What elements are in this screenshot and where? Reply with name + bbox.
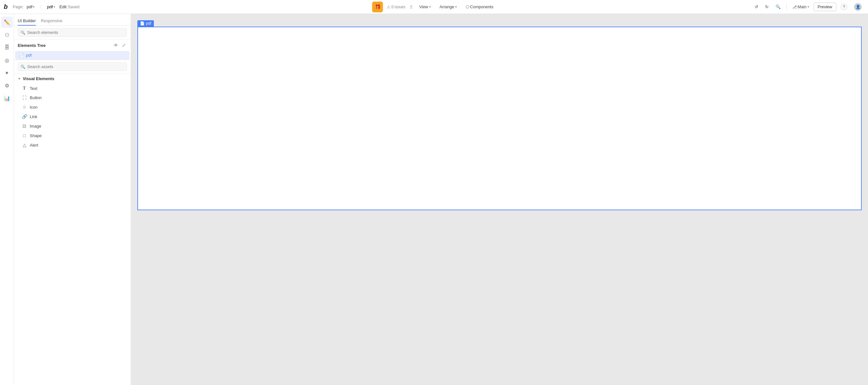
redo-button[interactable]: ↻ — [763, 3, 771, 10]
issues-count: 0 issues — [392, 5, 405, 9]
branch-icon: ⎇ — [792, 5, 797, 9]
edit-saved-status: Edit Saved — [60, 4, 80, 9]
canvas-frame-name: pdf — [146, 21, 151, 26]
assets-search-input[interactable] — [27, 64, 124, 69]
components-label: Components — [470, 4, 494, 9]
help-button[interactable]: ? — [838, 3, 850, 11]
user-button[interactable]: 👤 — [851, 2, 864, 12]
view-button[interactable]: View ▾ — [417, 3, 433, 10]
sidebar-item-people[interactable]: ⚇ — [1, 29, 13, 40]
image-element-icon: ⊡ — [22, 123, 27, 128]
sidebar-item-cursor[interactable]: ✏️ — [1, 17, 13, 28]
sidebar-item-pin[interactable]: ✦ — [1, 67, 13, 79]
search-icon: 🔍 — [776, 4, 781, 9]
branch-button[interactable]: ⎇ Main ▾ — [790, 3, 812, 10]
topbar-divider — [786, 4, 787, 10]
branch-label: Main — [798, 4, 807, 9]
canvas-frame-icon: 📄 — [140, 21, 145, 26]
assets-search-icon: 🔍 — [21, 65, 25, 69]
undo-button[interactable]: ↺ — [752, 3, 761, 10]
dropdown-2-chevron: ▾ — [54, 5, 55, 8]
tree-item-pdf-icon: 📄 — [19, 53, 24, 58]
asset-item-button[interactable]: ⛶ Button — [14, 93, 131, 102]
view-label: View — [420, 4, 428, 9]
asset-item-text[interactable]: T Text — [14, 84, 131, 93]
asset-item-icon[interactable]: ☆ Icon — [14, 102, 131, 112]
button-element-label: Button — [30, 95, 42, 100]
tree-actions: 👁 ⤢ — [113, 42, 127, 49]
elements-search-input[interactable] — [27, 30, 124, 35]
tab-responsive-label: Responsive — [41, 18, 62, 23]
sidebar-item-chart[interactable]: 📊 — [1, 92, 13, 104]
tree-item-pdf-label: pdf — [26, 53, 32, 58]
page-dropdown-chevron: ▾ — [33, 5, 34, 8]
assets-area: 🔍 ▼ Visual Elements T Text ⛶ Button ☆ Ic… — [14, 60, 131, 385]
visual-elements-section-header[interactable]: ▼ Visual Elements — [14, 74, 131, 84]
settings-icon: ⚙ — [5, 83, 9, 89]
page-dropdown-value: pdf — [27, 4, 32, 9]
components-button[interactable]: ⬡ Components — [463, 3, 496, 10]
panel-tabs: UI Builder Responsive — [14, 14, 131, 26]
shape-element-icon: □ — [22, 133, 27, 138]
branch-chevron: ▾ — [808, 5, 809, 8]
link-element-icon: 🔗 — [22, 114, 27, 119]
elements-search-input-wrapper[interactable]: 🔍 — [18, 28, 127, 37]
visual-elements-label: Visual Elements — [23, 76, 54, 81]
sidebar-item-database[interactable]: 🗄 — [1, 42, 13, 53]
visual-elements-toggle-icon: ▼ — [18, 77, 21, 81]
asset-item-shape[interactable]: □ Shape — [14, 131, 131, 140]
chart-icon: 📊 — [4, 95, 10, 101]
image-element-label: Image — [30, 124, 41, 128]
expand-icon: ⤢ — [122, 43, 126, 48]
icon-sidebar: ✏️ ⚇ 🗄 ◎ ✦ ⚙ 📊 — [0, 14, 14, 385]
cursor-icon: ✏️ — [4, 19, 10, 25]
tree-items-list: 📄 pdf — [14, 51, 131, 60]
sidebar-item-settings[interactable]: ⚙ — [1, 80, 13, 91]
icon-element-label: Icon — [30, 105, 38, 110]
canvas-frame-label[interactable]: 📄 pdf — [137, 20, 154, 27]
topbar: b Page: pdf ▾ | pdf ▾ Edit Saved 🎁 ⚠ 0 i… — [0, 0, 868, 14]
logo: b — [4, 3, 8, 10]
link-element-label: Link — [30, 114, 37, 119]
tab-ui-builder[interactable]: UI Builder — [18, 17, 36, 26]
issues-badge[interactable]: ⚠ 0 issues — [387, 5, 405, 9]
text-element-label: Text — [30, 86, 37, 91]
globe-icon: ◎ — [5, 57, 9, 63]
arrange-chevron: ▾ — [455, 5, 457, 8]
dropdown-2[interactable]: pdf ▾ — [45, 3, 57, 10]
tree-visibility-button[interactable]: 👁 — [113, 42, 119, 49]
user-avatar: 👤 — [854, 3, 862, 11]
text-element-icon: T — [22, 86, 27, 91]
preview-button[interactable]: Preview — [813, 3, 836, 11]
main-layout: ✏️ ⚇ 🗄 ◎ ✦ ⚙ 📊 UI Builder Responsive — [0, 14, 868, 385]
share-icon[interactable]: ⇧ — [409, 4, 413, 9]
sidebar-item-globe[interactable]: ◎ — [1, 55, 13, 66]
page-label: Page: — [13, 4, 24, 9]
arrange-button[interactable]: Arrange ▾ — [437, 3, 459, 10]
elements-tree-title: Elements Tree — [18, 43, 45, 48]
canvas-inner: 📄 pdf — [131, 14, 868, 216]
issues-warning-icon: ⚠ — [387, 5, 390, 9]
left-panel: UI Builder Responsive 🔍 Elements Tree 👁 … — [14, 14, 131, 385]
asset-item-link[interactable]: 🔗 Link — [14, 112, 131, 121]
button-element-icon: ⛶ — [22, 95, 27, 100]
tab-ui-builder-label: UI Builder — [18, 18, 36, 23]
canvas-area[interactable]: 📄 pdf — [131, 14, 868, 385]
assets-search-input-wrapper[interactable]: 🔍 — [18, 62, 127, 71]
people-icon: ⚇ — [5, 32, 9, 38]
help-icon: ? — [841, 4, 847, 10]
gift-button[interactable]: 🎁 — [372, 2, 383, 12]
page-dropdown[interactable]: pdf ▾ — [25, 3, 36, 10]
undo-icon: ↺ — [755, 4, 758, 9]
tree-item-pdf[interactable]: 📄 pdf — [15, 51, 129, 60]
canvas-frame[interactable] — [137, 27, 862, 210]
asset-item-alert[interactable]: △ Alert — [14, 140, 131, 150]
icon-element-icon: ☆ — [22, 105, 27, 110]
tab-responsive[interactable]: Responsive — [41, 17, 62, 26]
alert-element-label: Alert — [30, 143, 38, 148]
search-button[interactable]: 🔍 — [773, 3, 783, 10]
asset-item-image[interactable]: ⊡ Image — [14, 121, 131, 131]
tree-expand-button[interactable]: ⤢ — [121, 42, 127, 49]
preview-label: Preview — [818, 4, 832, 9]
page-selector: Page: pdf ▾ — [13, 3, 36, 10]
